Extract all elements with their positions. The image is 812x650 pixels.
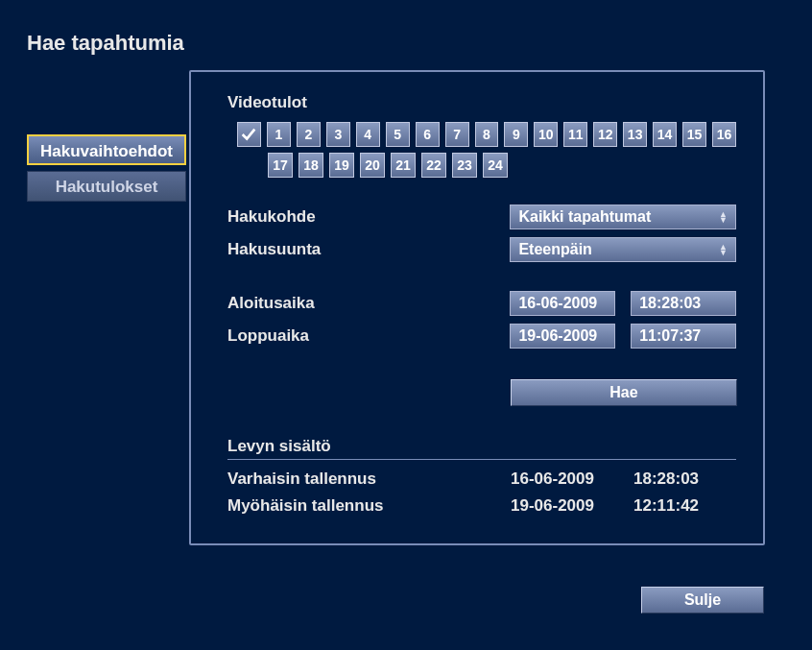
video-inputs-grid: 1 2 3 4 5 6 7 8 9 10 11 12 13 14 15 16 1… xyxy=(237,122,736,178)
search-direction-dropdown[interactable]: Eteenpäin ▲▼ xyxy=(510,237,736,262)
input-15[interactable]: 15 xyxy=(682,122,706,147)
input-19[interactable]: 19 xyxy=(329,153,354,178)
input-22[interactable]: 22 xyxy=(421,153,446,178)
select-all-checkbox[interactable] xyxy=(237,122,261,147)
earliest-recording-time: 18:28:03 xyxy=(633,469,699,489)
input-3[interactable]: 3 xyxy=(326,122,350,147)
input-5[interactable]: 5 xyxy=(386,122,410,147)
updown-arrows-icon: ▲▼ xyxy=(719,211,728,223)
earliest-recording-date: 16-06-2009 xyxy=(511,469,633,489)
sidebar: Hakuvaihtoehdot Hakutulokset xyxy=(27,134,186,207)
search-target-value: Kaikki tapahtumat xyxy=(518,208,651,226)
input-6[interactable]: 6 xyxy=(416,122,440,147)
video-inputs-label: Videotulot xyxy=(227,93,736,112)
input-9[interactable]: 9 xyxy=(504,122,528,147)
input-18[interactable]: 18 xyxy=(299,153,323,178)
disk-contents-title: Levyn sisältö xyxy=(227,437,736,460)
input-8[interactable]: 8 xyxy=(475,122,499,147)
close-button[interactable]: Sulje xyxy=(641,587,764,614)
input-23[interactable]: 23 xyxy=(452,153,477,178)
latest-recording-time: 12:11:42 xyxy=(633,496,699,516)
search-direction-value: Eteenpäin xyxy=(518,241,591,258)
end-time-label: Loppuaika xyxy=(227,326,510,346)
input-2[interactable]: 2 xyxy=(297,122,321,147)
search-target-dropdown[interactable]: Kaikki tapahtumat ▲▼ xyxy=(510,205,736,229)
tab-search-options[interactable]: Hakuvaihtoehdot xyxy=(27,134,186,165)
input-12[interactable]: 12 xyxy=(593,122,617,147)
input-10[interactable]: 10 xyxy=(534,122,558,147)
checkmark-icon xyxy=(240,126,257,143)
end-time-field[interactable]: 11:07:37 xyxy=(631,324,736,349)
start-date-field[interactable]: 16-06-2009 xyxy=(510,291,615,316)
start-time-label: Aloitusaika xyxy=(227,294,510,313)
input-17[interactable]: 17 xyxy=(268,153,293,178)
tab-search-results[interactable]: Hakutulokset xyxy=(27,171,186,202)
search-button[interactable]: Hae xyxy=(511,379,737,406)
end-date-field[interactable]: 19-06-2009 xyxy=(510,324,615,349)
search-direction-label: Hakusuunta xyxy=(227,240,510,259)
earliest-recording-label: Varhaisin tallennus xyxy=(227,469,511,489)
input-21[interactable]: 21 xyxy=(391,153,416,178)
input-14[interactable]: 14 xyxy=(653,122,677,147)
input-20[interactable]: 20 xyxy=(360,153,385,178)
latest-recording-date: 19-06-2009 xyxy=(511,496,633,516)
search-target-label: Hakukohde xyxy=(227,207,510,227)
input-13[interactable]: 13 xyxy=(623,122,647,147)
input-16[interactable]: 16 xyxy=(712,122,736,147)
latest-recording-label: Myöhäisin tallennus xyxy=(227,496,511,516)
main-panel: Videotulot 1 2 3 4 5 6 7 8 9 10 11 12 13… xyxy=(189,70,765,545)
page-title: Hae tapahtumia xyxy=(27,31,184,56)
input-4[interactable]: 4 xyxy=(356,122,380,147)
start-time-field[interactable]: 18:28:03 xyxy=(631,291,736,316)
input-11[interactable]: 11 xyxy=(563,122,587,147)
input-7[interactable]: 7 xyxy=(445,122,469,147)
input-1[interactable]: 1 xyxy=(267,122,291,147)
updown-arrows-icon: ▲▼ xyxy=(719,244,728,255)
input-24[interactable]: 24 xyxy=(483,153,508,178)
